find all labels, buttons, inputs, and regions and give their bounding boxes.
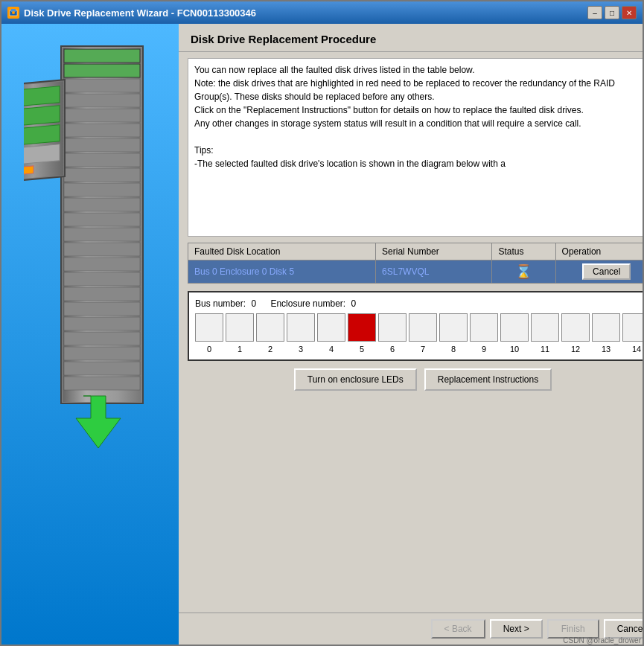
panel-header: Disk Drive Replacement Procedure	[179, 24, 643, 52]
close-button[interactable]: ✕	[622, 6, 637, 19]
svg-rect-14	[64, 183, 140, 196]
svg-rect-5	[64, 49, 140, 63]
disk-slot-9	[470, 313, 498, 342]
content-area: Disk Drive Replacement Procedure You can…	[1, 24, 643, 645]
table-section: Faulted Disk Location Serial Number Stat…	[188, 243, 643, 284]
svg-rect-19	[64, 258, 140, 271]
disk-label-3: 3	[287, 345, 315, 354]
disk-label-5: 5	[348, 345, 376, 354]
svg-rect-23	[64, 317, 140, 330]
bus-value: 0	[251, 298, 256, 309]
svg-rect-25	[64, 347, 140, 360]
disk-label-9: 9	[470, 345, 498, 354]
disk-label-4: 4	[317, 345, 345, 354]
replacement-instructions-button[interactable]: Replacement Instructions	[424, 368, 552, 391]
main-window: Disk Drive Replacement Wizard - FCN00113…	[0, 0, 644, 646]
next-button[interactable]: Next >	[490, 619, 543, 639]
svg-rect-10	[64, 124, 140, 137]
disk-label-6: 6	[378, 345, 407, 354]
disk-diagram: Bus number: 0 Enclosure number: 0 012345…	[188, 291, 643, 361]
disk-label-12: 12	[561, 345, 590, 354]
server-illustration	[24, 39, 150, 470]
col-header-location: Faulted Disk Location	[188, 243, 376, 260]
disk-slot-2	[256, 313, 284, 342]
svg-rect-20	[64, 272, 140, 286]
disk-slot-13	[592, 313, 620, 342]
disk-table: Faulted Disk Location Serial Number Stat…	[188, 243, 643, 284]
title-bar: Disk Drive Replacement Wizard - FCN00113…	[1, 1, 643, 24]
svg-rect-17	[64, 228, 140, 241]
minimize-button[interactable]: –	[587, 6, 602, 19]
app-icon	[7, 7, 19, 19]
col-header-operation: Operation	[555, 243, 643, 260]
table-row[interactable]: Bus 0 Enclosure 0 Disk 5 6SL7WVQL ⌛ Canc…	[188, 260, 643, 284]
hourglass-icon: ⌛	[515, 264, 532, 279]
panel-body: You can now replace all the faulted disk…	[179, 52, 643, 613]
disk-slot-11	[531, 313, 559, 342]
window-controls: – □ ✕	[587, 6, 637, 19]
description-box[interactable]: You can now replace all the faulted disk…	[188, 58, 643, 237]
disk-slot-3	[287, 313, 315, 342]
col-header-serial: Serial Number	[376, 243, 492, 260]
panel-title: Disk Drive Replacement Procedure	[191, 33, 643, 45]
svg-rect-22	[64, 302, 140, 316]
disk-slot-5	[348, 313, 376, 342]
disk-label-14: 14	[622, 345, 643, 354]
disk-slot-0	[195, 313, 223, 342]
svg-rect-27	[64, 377, 140, 390]
left-panel	[1, 24, 179, 645]
disk-location: Bus 0 Enclosure 0 Disk 5	[188, 260, 376, 284]
disk-label-11: 11	[531, 345, 559, 354]
disk-operation: Cancel	[555, 260, 643, 284]
svg-rect-9	[64, 109, 140, 122]
right-panel: Disk Drive Replacement Procedure You can…	[179, 24, 643, 645]
disk-slot-10	[500, 313, 529, 342]
diagram-header: Bus number: 0 Enclosure number: 0	[195, 298, 643, 309]
svg-rect-6	[64, 64, 140, 77]
disk-label-13: 13	[592, 345, 620, 354]
col-header-status: Status	[492, 243, 555, 260]
svg-rect-12	[64, 153, 140, 167]
disk-slot-1	[226, 313, 254, 342]
svg-rect-7	[64, 79, 140, 92]
svg-rect-26	[64, 362, 140, 375]
row-cancel-button[interactable]: Cancel	[582, 263, 631, 280]
enc-label: Enclosure number:	[270, 298, 345, 309]
enc-value: 0	[351, 298, 356, 309]
server-rack-svg	[24, 39, 173, 470]
bus-label: Bus number:	[195, 298, 246, 309]
svg-rect-8	[64, 94, 140, 107]
disk-label-10: 10	[500, 345, 529, 354]
disk-slot-12	[561, 313, 590, 342]
disk-status: ⌛	[492, 260, 555, 284]
disk-label-8: 8	[439, 345, 468, 354]
disk-slot-7	[409, 313, 437, 342]
svg-rect-13	[64, 168, 140, 182]
disk-label-1: 1	[226, 345, 254, 354]
svg-rect-15	[64, 198, 140, 211]
watermark: CSDN @oracle_drower	[563, 636, 641, 645]
disk-slots-row	[195, 313, 643, 342]
disk-label-2: 2	[256, 345, 284, 354]
window-title: Disk Drive Replacement Wizard - FCN00113…	[24, 7, 256, 19]
disk-slot-8	[439, 313, 468, 342]
action-buttons: Turn on enclosure LEDs Replacement Instr…	[188, 368, 643, 391]
disk-labels-row: 01234567891011121314	[195, 345, 643, 354]
maximize-button[interactable]: □	[605, 6, 619, 19]
svg-point-2	[12, 11, 15, 14]
svg-rect-16	[64, 213, 140, 226]
svg-rect-21	[64, 287, 140, 301]
disk-label-7: 7	[409, 345, 437, 354]
svg-rect-24	[64, 332, 140, 345]
disk-label-0: 0	[195, 345, 223, 354]
disk-serial: 6SL7WVQL	[376, 260, 492, 284]
disk-slot-6	[378, 313, 407, 342]
svg-rect-18	[64, 243, 140, 256]
description-text: You can now replace all the faulted disk…	[194, 63, 643, 170]
svg-rect-11	[64, 138, 140, 152]
disk-slot-14	[622, 313, 643, 342]
disk-slot-4	[317, 313, 345, 342]
turn-on-leds-button[interactable]: Turn on enclosure LEDs	[294, 368, 417, 391]
back-button[interactable]: < Back	[431, 619, 485, 639]
